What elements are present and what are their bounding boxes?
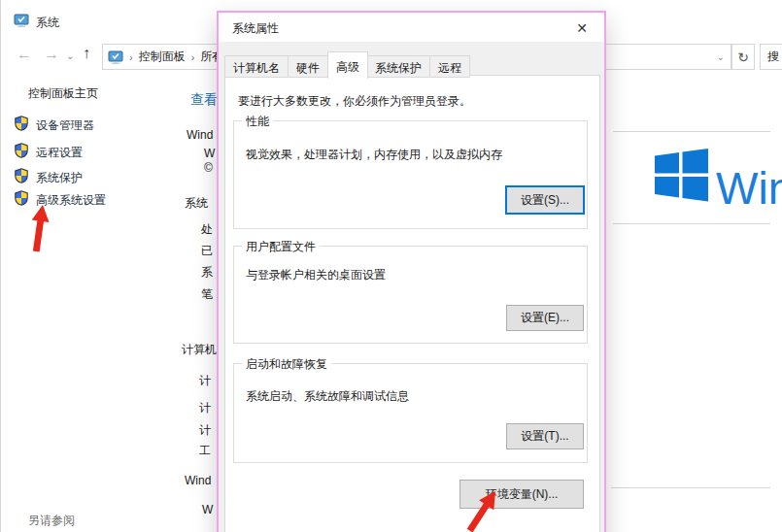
sidebar-item-home[interactable]: 控制面板主页 bbox=[28, 85, 98, 102]
user-profiles-group-title: 用户配置文件 bbox=[242, 239, 320, 255]
admin-notice-text: 要进行大多数更改，你必须作为管理员登录。 bbox=[238, 93, 471, 110]
system-properties-dialog: 系统属性 ✕ 计算机名 硬件 高级 系统保护 远程 要进行大多数更改，你必须作为… bbox=[217, 11, 606, 532]
content-fragment: W bbox=[202, 503, 213, 516]
screen: 系统 ← → ⌄ ↑ › 控制面板 › 所有控 ⌄ ↻ 控制面板主页 设备管理器… bbox=[0, 0, 782, 532]
refresh-button[interactable]: ↻ bbox=[731, 44, 755, 70]
up-icon[interactable]: ↑ bbox=[83, 46, 90, 61]
windows-logo-icon bbox=[655, 145, 709, 207]
content-fragment: 计 bbox=[199, 373, 211, 389]
dialog-titlebar: 系统属性 ✕ bbox=[219, 13, 604, 42]
address-dropdown-icon[interactable]: ⌄ bbox=[717, 52, 725, 62]
back-icon[interactable]: ← bbox=[17, 47, 32, 62]
dialog-title: 系统属性 bbox=[232, 20, 279, 37]
user-profiles-group: 用户配置文件 与登录帐户相关的桌面设置 设置(E)... bbox=[233, 246, 588, 344]
breadcrumb-item-control-panel[interactable]: 控制面板 bbox=[139, 49, 186, 65]
sidebar-item-device-manager[interactable]: 设备管理器 bbox=[36, 117, 94, 134]
content-fragment: 计 bbox=[199, 400, 211, 416]
section-divider bbox=[613, 223, 770, 224]
content-heading-fragment: 查看 bbox=[190, 91, 218, 109]
performance-group: 性能 视觉效果，处理器计划，内存使用，以及虚拟内存 设置(S)... bbox=[233, 120, 588, 229]
advanced-tab-page: 要进行大多数更改，你必须作为管理员登录。 性能 视觉效果，处理器计划，内存使用，… bbox=[224, 75, 600, 532]
startup-recovery-settings-button[interactable]: 设置(T)... bbox=[506, 423, 584, 449]
tab-advanced[interactable]: 高级 bbox=[327, 51, 368, 79]
content-fragment: 处 bbox=[201, 221, 213, 238]
breadcrumb-computer-icon bbox=[108, 50, 123, 65]
content-fragment: © bbox=[204, 161, 213, 175]
see-also-label: 另请参阅 bbox=[28, 513, 75, 529]
content-fragment: W bbox=[204, 147, 215, 160]
forward-icon[interactable]: → bbox=[44, 47, 59, 62]
tab-remote[interactable]: 远程 bbox=[430, 55, 470, 78]
tab-system-protection[interactable]: 系统保护 bbox=[367, 55, 430, 78]
performance-group-title: 性能 bbox=[242, 114, 273, 130]
tab-computer-name[interactable]: 计算机名 bbox=[224, 55, 289, 78]
content-fragment: 计 bbox=[199, 422, 211, 439]
window-title: 系统 bbox=[36, 15, 59, 31]
shield-icon bbox=[14, 116, 29, 131]
breadcrumb-separator: › bbox=[191, 51, 195, 63]
content-fragment: 工 bbox=[199, 443, 211, 459]
startup-recovery-group-desc: 系统启动、系统故障和调试信息 bbox=[246, 388, 409, 405]
dialog-tab-strip: 计算机名 硬件 高级 系统保护 远程 bbox=[224, 51, 470, 78]
sidebar-item-remote-settings[interactable]: 远程设置 bbox=[36, 145, 83, 161]
windows-brand-text: Win bbox=[716, 159, 782, 217]
content-fragment: 计算机 bbox=[182, 342, 217, 358]
history-chevron-icon[interactable]: ⌄ bbox=[66, 51, 74, 61]
shield-icon bbox=[14, 190, 29, 206]
annotation-arrow-advanced-settings bbox=[24, 203, 54, 253]
breadcrumb-separator: › bbox=[129, 51, 133, 63]
content-fragment: 系统 bbox=[185, 195, 208, 212]
performance-group-desc: 视觉效果，处理器计划，内存使用，以及虚拟内存 bbox=[246, 147, 502, 163]
content-fragment: Wind bbox=[187, 128, 213, 142]
sidebar-item-system-protection[interactable]: 系统保护 bbox=[36, 170, 83, 186]
window-icon bbox=[14, 13, 29, 28]
performance-settings-button[interactable]: 设置(S)... bbox=[505, 185, 585, 215]
content-fragment: Wind bbox=[185, 474, 211, 487]
startup-recovery-group-title: 启动和故障恢复 bbox=[242, 356, 331, 373]
user-profiles-settings-button[interactable]: 设置(E)... bbox=[506, 305, 584, 331]
user-profiles-group-desc: 与登录帐户相关的桌面设置 bbox=[246, 267, 386, 283]
section-divider bbox=[611, 487, 770, 488]
search-box[interactable] bbox=[760, 44, 782, 70]
startup-recovery-group: 启动和故障恢复 系统启动、系统故障和调试信息 设置(T)... bbox=[233, 363, 588, 463]
shield-icon bbox=[14, 143, 29, 158]
tab-hardware[interactable]: 硬件 bbox=[289, 55, 328, 78]
refresh-icon: ↻ bbox=[737, 50, 749, 65]
section-divider bbox=[613, 131, 770, 132]
content-fragment: 已 bbox=[201, 243, 213, 259]
content-fragment: 笔 bbox=[201, 286, 213, 303]
content-fragment: 系 bbox=[201, 264, 213, 281]
search-input[interactable] bbox=[761, 50, 782, 64]
shield-icon bbox=[14, 168, 29, 183]
close-icon[interactable]: ✕ bbox=[571, 17, 593, 39]
